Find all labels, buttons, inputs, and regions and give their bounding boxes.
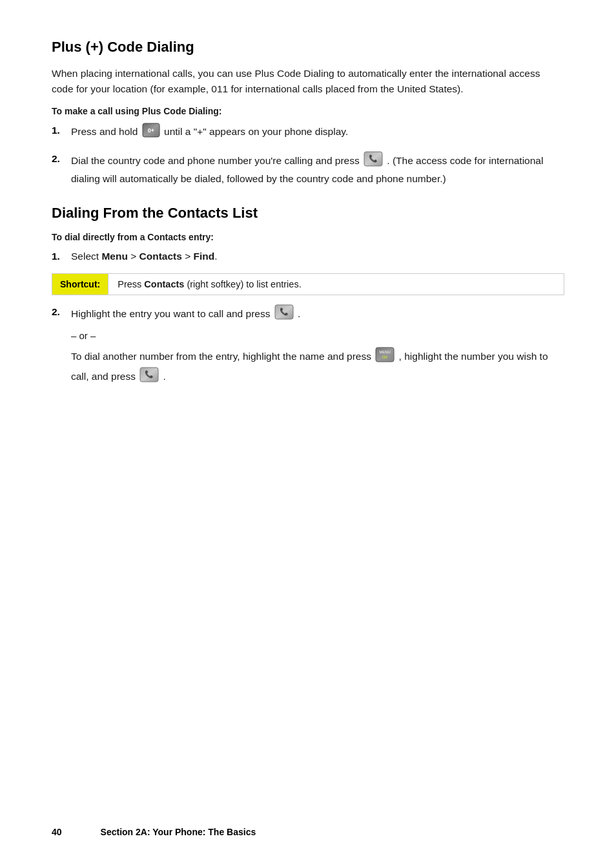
svg-text:📞: 📞 [369,154,378,163]
section2-step2: 2. Highlight the entry you want to call … [52,304,564,387]
call-key-icon-1: 📞 [364,151,383,171]
shortcut-text-after: (right softkey) to list entries. [184,279,301,289]
menu-key-icon: MENU OK [375,347,395,367]
section2-step2-list: 2. Highlight the entry you want to call … [52,304,564,387]
step2-number: 2. [52,151,71,167]
svg-text:MENU: MENU [379,350,391,354]
shortcut-text-before: Press [118,279,144,289]
s2-step2-period: . [298,308,300,319]
step1-content: Press and hold 0+ [71,123,564,142]
footer-page-number: 40 [52,827,62,837]
s2-extra-text-before: To dial another number from the entry, h… [71,351,374,362]
step1-text-after: until a "+" appears on your phone displa… [164,126,348,137]
shortcut-label: Shortcut: [52,274,108,295]
s2-extra-text-after: . [163,371,166,382]
step1-text-before: Press and hold [71,126,141,137]
section1-step2: 2. Dial the country code and phone numbe… [52,151,564,187]
zero-key-icon: 0+ [142,123,160,142]
s2-step1-content: Select Menu > Contacts > Find. [71,249,564,264]
call-key-icon-3: 📞 [139,367,159,387]
section1-title: Plus (+) Code Dialing [52,39,564,56]
section-plus-code: Plus (+) Code Dialing When placing inter… [52,39,564,187]
section2-title: Dialing From the Contacts List [52,205,564,222]
s2-step1-text: Select Menu > Contacts > Find. [71,251,218,262]
s2-step2-number: 2. [52,304,71,320]
step2-text-before: Dial the country code and phone number y… [71,155,362,166]
section1-intro: When placing international calls, you ca… [52,66,564,97]
footer: 40 Section 2A: Your Phone: The Basics [0,827,616,837]
call-key-icon-2: 📞 [274,304,294,324]
s2-step2-extra: To dial another number from the entry, h… [71,347,564,387]
s2-step2-content: Highlight the entry you want to call and… [71,304,564,387]
step2-content: Dial the country code and phone number y… [71,151,564,187]
section2-step1: 1. Select Menu > Contacts > Find. [52,249,564,264]
section1-subtitle: To make a call using Plus Code Dialing: [52,106,564,116]
shortcut-bold-text: Contacts [144,279,184,289]
s2-step2-text-before: Highlight the entry you want to call and… [71,308,273,319]
section2-subtitle: To dial directly from a Contacts entry: [52,232,564,242]
section1-step1: 1. Press and hold 0+ [52,123,564,142]
section1-steps: 1. Press and hold 0+ [52,123,564,187]
section-contacts-dialing: Dialing From the Contacts List To dial d… [52,205,564,387]
shortcut-content: Press Contacts (right softkey) to list e… [108,274,310,295]
svg-text:📞: 📞 [280,307,289,316]
svg-text:📞: 📞 [145,369,154,379]
step1-number: 1. [52,123,71,138]
svg-text:OK: OK [382,355,388,359]
or-divider: – or – [71,328,564,343]
s2-step1-number: 1. [52,249,71,264]
section2-steps: 1. Select Menu > Contacts > Find. [52,249,564,264]
svg-text:0+: 0+ [148,127,154,134]
footer-section-text: Section 2A: Your Phone: The Basics [101,827,256,837]
shortcut-box: Shortcut: Press Contacts (right softkey)… [52,273,564,295]
